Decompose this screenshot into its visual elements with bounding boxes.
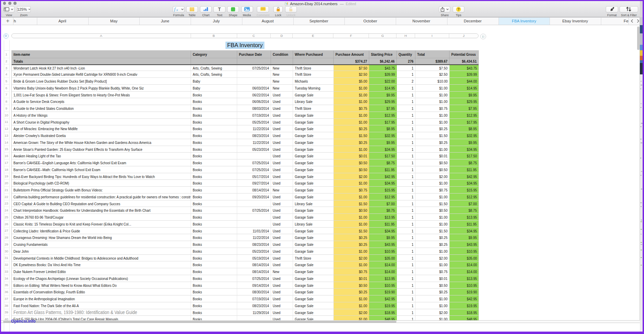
svg-text:f: f bbox=[174, 7, 176, 12]
svg-text:x: x bbox=[176, 8, 178, 12]
